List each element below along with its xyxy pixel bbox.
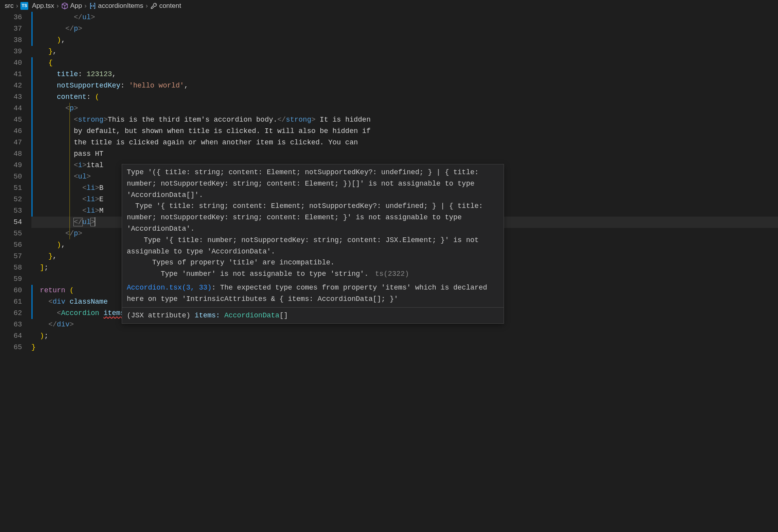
- prop-title: title: [57, 70, 78, 78]
- line-number[interactable]: 59: [0, 273, 22, 285]
- line-number[interactable]: 54: [0, 217, 22, 228]
- breadcrumb: src › TS App.tsx › App › accordionItems …: [0, 0, 778, 12]
- text-content: This is the third item's accordion body.: [108, 116, 277, 124]
- def-type: AccordionData: [224, 312, 279, 319]
- line-number[interactable]: 65: [0, 342, 22, 353]
- text-content: M: [99, 207, 104, 215]
- component-accordion: Accordion: [61, 309, 99, 317]
- line-number[interactable]: 64: [0, 330, 22, 342]
- line-number[interactable]: 40: [0, 57, 22, 69]
- line-number[interactable]: 56: [0, 239, 22, 251]
- breadcrumb-file[interactable]: TS App.tsx: [20, 0, 54, 11]
- hover-tooltip[interactable]: Type '({ title: string; content: Element…: [122, 164, 504, 324]
- chevron-right-icon: ›: [16, 0, 18, 11]
- text-content: ital: [86, 161, 103, 169]
- line-number[interactable]: 45: [0, 114, 22, 126]
- wrench-icon: [150, 2, 157, 9]
- related-location-link[interactable]: Accordion.tsx(3, 33): [127, 284, 212, 292]
- breadcrumb-file-label: App.tsx: [32, 0, 54, 11]
- line-number[interactable]: 61: [0, 296, 22, 308]
- brackets-icon: [89, 2, 96, 9]
- line-number[interactable]: 58: [0, 262, 22, 273]
- breadcrumb-symbol-app[interactable]: App: [61, 0, 82, 11]
- line-number[interactable]: 44: [0, 103, 22, 114]
- code-line[interactable]: );: [31, 330, 778, 342]
- text-content: the title is clicked again or when anoth…: [74, 138, 358, 146]
- code-line[interactable]: }: [31, 342, 778, 353]
- attr-classname: className: [69, 298, 108, 306]
- text-content: by default, but shown when title is clic…: [74, 127, 371, 135]
- line-number[interactable]: 41: [0, 69, 22, 80]
- text-cursor: [95, 217, 95, 226]
- value-number: 123123: [86, 70, 112, 78]
- line-number[interactable]: 49: [0, 160, 22, 171]
- code-line[interactable]: content: (: [31, 91, 778, 103]
- code-line[interactable]: </p>: [31, 23, 778, 35]
- line-number[interactable]: 36: [0, 12, 22, 23]
- breadcrumb-symbol-content[interactable]: content: [150, 0, 181, 11]
- code-line[interactable]: notSupportedKey: 'hello world',: [31, 80, 778, 91]
- line-number[interactable]: 39: [0, 46, 22, 57]
- error-code: ts(2322): [375, 270, 409, 278]
- line-number[interactable]: 52: [0, 194, 22, 205]
- breadcrumb-label: App: [70, 0, 82, 11]
- keyword-return: return: [40, 286, 66, 294]
- chevron-right-icon: ›: [84, 0, 87, 11]
- error-message: Type '({ title: string; content: Element…: [127, 168, 487, 278]
- def-kind: (JSX attribute): [127, 312, 190, 319]
- line-number[interactable]: 38: [0, 35, 22, 46]
- bracket-guide: [69, 103, 70, 239]
- line-number[interactable]: 62: [0, 308, 22, 319]
- breadcrumb-src[interactable]: src: [5, 0, 14, 11]
- code-line[interactable]: </ul>: [31, 12, 778, 23]
- line-number[interactable]: 53: [0, 205, 22, 217]
- code-line[interactable]: <strong>This is the third item's accordi…: [31, 114, 778, 126]
- code-editor[interactable]: 36 37 38 39 40 41 42 43 44 45 46 47 48 4…: [0, 12, 778, 353]
- line-number[interactable]: 43: [0, 91, 22, 103]
- hover-error-section: Type '({ title: string; content: Element…: [122, 164, 504, 282]
- code-line[interactable]: ),: [31, 35, 778, 46]
- text-content: E: [99, 195, 104, 203]
- text-content: B: [99, 184, 104, 192]
- prop-notsupportedkey: notSupportedKey: [57, 82, 121, 89]
- def-name: items:: [190, 312, 224, 319]
- code-line[interactable]: },: [31, 46, 778, 57]
- code-line[interactable]: <p>: [31, 103, 778, 114]
- line-number[interactable]: 42: [0, 80, 22, 91]
- hover-related-section: Accordion.tsx(3, 33): The expected type …: [122, 282, 504, 307]
- line-number[interactable]: 46: [0, 126, 22, 137]
- text-content: pass HT: [74, 150, 104, 158]
- code-line[interactable]: title: 123123,: [31, 69, 778, 80]
- line-number[interactable]: 50: [0, 171, 22, 182]
- chevron-right-icon: ›: [146, 0, 148, 11]
- code-line[interactable]: the title is clicked again or when anoth…: [31, 137, 778, 148]
- prop-content: content: [57, 93, 87, 101]
- breadcrumb-symbol-accordion-items[interactable]: accordionItems: [89, 0, 143, 11]
- hover-definition-section: (JSX attribute) items: AccordionData[]: [122, 307, 504, 324]
- line-number[interactable]: 60: [0, 285, 22, 296]
- line-number[interactable]: 48: [0, 148, 22, 160]
- line-number[interactable]: 47: [0, 137, 22, 148]
- code-line[interactable]: by default, but shown when title is clic…: [31, 126, 778, 137]
- line-number[interactable]: 55: [0, 228, 22, 239]
- line-number[interactable]: 37: [0, 23, 22, 35]
- breadcrumb-label: accordionItems: [98, 0, 143, 11]
- text-content: It is hidden: [316, 116, 371, 124]
- typescript-icon: TS: [20, 2, 28, 10]
- code-line[interactable]: pass HT: [31, 148, 778, 160]
- cube-icon: [61, 2, 68, 9]
- line-number[interactable]: 57: [0, 251, 22, 262]
- value-string: 'hello world': [129, 82, 184, 89]
- line-number[interactable]: 51: [0, 182, 22, 194]
- line-number[interactable]: 63: [0, 319, 22, 330]
- line-number-gutter[interactable]: 36 37 38 39 40 41 42 43 44 45 46 47 48 4…: [0, 12, 31, 353]
- def-suffix: []: [279, 312, 288, 319]
- code-line[interactable]: {: [31, 57, 778, 69]
- breadcrumb-label: content: [159, 0, 181, 11]
- chevron-right-icon: ›: [57, 0, 59, 11]
